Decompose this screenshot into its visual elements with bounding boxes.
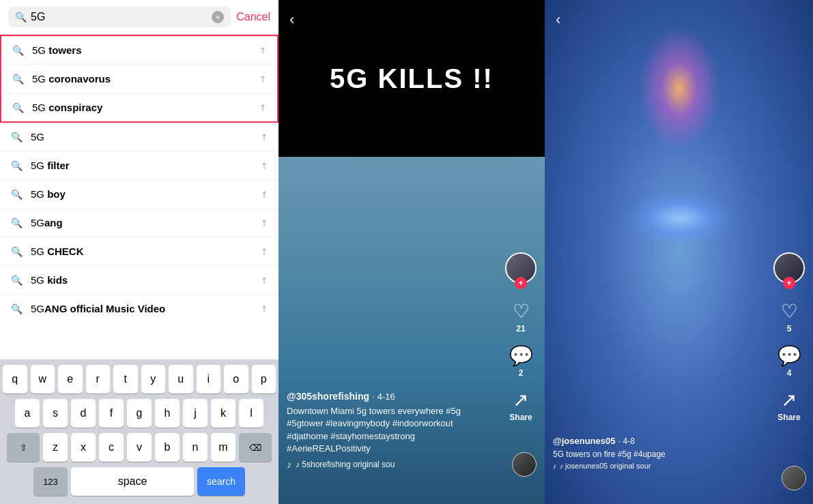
key-s[interactable]: s [43,399,68,428]
key-u[interactable]: u [169,365,193,394]
search-icon: 🔍 [12,102,24,113]
like-button[interactable]: ♡ 21 [513,300,530,333]
suggestion-item[interactable]: 🔍 5Gang ↗ [0,209,279,237]
key-y[interactable]: y [141,365,166,394]
suggestion-item[interactable]: 🔍 5G towers ↗ [1,36,277,65]
key-r[interactable]: r [86,365,111,394]
numbers-key[interactable]: 123 [33,467,68,496]
key-c[interactable]: c [99,433,124,462]
key-m[interactable]: m [211,433,236,462]
music-text: ♪ 5shorefishing original sou [296,460,395,469]
arrow-icon: ↗ [257,159,270,171]
video-title-text: 5G KILLS !! [330,63,494,94]
video-username-date: @305shorefishing · 4-16 [287,390,483,402]
keyboard-row-3: ⇧ z x c v b n m ⌫ [3,433,276,462]
video-caption: Downtown Miami 5g towers everywhere #5g … [287,405,483,455]
key-l[interactable]: l [239,399,263,428]
key-e[interactable]: e [58,365,83,394]
key-g[interactable]: g [127,399,152,428]
suggestion-text: 5G CHECK [31,246,252,257]
video-date: · 4-16 [372,391,395,402]
key-j[interactable]: j [183,399,208,428]
right-username[interactable]: @josenunes05 [553,436,615,446]
key-q[interactable]: q [3,365,27,394]
keyboard-row-1: q w e r t y u i o p [3,365,276,394]
suggestion-text: 5G filter [31,160,252,171]
highlighted-suggestions: 🔍 5G towers ↗ 🔍 5G coronavorus ↗ 🔍 5G co… [0,35,279,123]
avatar-container-right: + [773,252,805,284]
suggestion-item[interactable]: 🔍 5G kids ↗ [0,266,279,295]
suggestion-item[interactable]: 🔍 5G coronavorus ↗ [1,65,277,93]
shift-key[interactable]: ⇧ [7,433,40,462]
suggestion-item[interactable]: 🔍 5GANG official Music Video ↗ [0,295,279,323]
key-d[interactable]: d [71,399,96,428]
share-label-right: Share [778,413,800,422]
arrow-icon: ↗ [257,216,270,228]
video-music: ♪ ♪ 5shorefishing original sou [287,459,483,470]
keyboard-row-2: a s d f g h j k l [3,399,276,428]
share-button[interactable]: ↗ Share [509,389,532,422]
suggestion-item[interactable]: 🔍 5G ↗ [0,123,279,151]
follow-button[interactable]: + [515,277,527,289]
arrow-icon: ↗ [257,245,270,257]
suggestion-text: 5G kids [31,274,252,286]
search-icon: 🔍 [11,218,23,228]
key-a[interactable]: a [15,399,40,428]
suggestion-text: 5G coronavorus [32,73,251,85]
username[interactable]: @305shorefishing [287,391,369,402]
search-icon: 🔍 [15,12,27,23]
search-icon: 🔍 [12,74,24,85]
suggestion-item[interactable]: 🔍 5G CHECK ↗ [0,237,279,266]
video-panel-mid: ‹ 5G KILLS !! + ♡ 21 💬 2 ↗ S [279,0,545,504]
key-k[interactable]: k [211,399,236,428]
arrow-icon: ↗ [256,44,268,56]
suggestion-item[interactable]: 🔍 5G conspiracy ↗ [1,93,277,121]
key-x[interactable]: x [71,433,96,462]
right-date: · 4-8 [618,436,635,446]
key-t[interactable]: t [113,365,138,394]
suggestion-text: 5G boy [31,188,252,200]
key-n[interactable]: n [183,433,208,462]
delete-key[interactable]: ⌫ [239,433,272,462]
keyboard-row-4: 123 space search [3,467,276,496]
heart-icon-right: ♡ [781,300,798,323]
arrow-icon: ↗ [257,188,270,200]
back-button-right[interactable]: ‹ [556,11,560,29]
cancel-button[interactable]: Cancel [236,11,270,23]
comment-count: 2 [519,368,524,378]
search-input[interactable] [31,11,208,23]
comment-icon-right: 💬 [778,344,801,367]
music-note-icon-right: ♪ [553,462,557,470]
search-icon: 🔍 [11,246,23,257]
follow-button-right[interactable]: + [783,277,795,289]
key-h[interactable]: h [155,399,180,428]
like-button-right[interactable]: ♡ 5 [781,300,798,333]
keyboard: q w e r t y u i o p a s d f g h j k l ⇧ … [0,359,279,504]
key-i[interactable]: i [197,365,221,394]
video-top-section: 5G KILLS !! [279,0,545,157]
search-icon: 🔍 [11,275,23,286]
video-info-mid: @305shorefishing · 4-16 Downtown Miami 5… [287,390,483,470]
comment-button-right[interactable]: 💬 4 [778,344,801,378]
search-icon: 🔍 [11,160,23,171]
suggestion-item[interactable]: 🔍 5G boy ↗ [0,180,279,209]
key-b[interactable]: b [155,433,180,462]
suggestion-item[interactable]: 🔍 5G filter ↗ [0,151,279,180]
back-button-mid[interactable]: ‹ [289,11,294,29]
right-username-date: @josenunes05 · 4-8 [553,434,752,447]
right-caption: 5G towers on fire #5g #4upage [553,449,752,459]
clear-button[interactable]: × [212,11,224,23]
key-f[interactable]: f [99,399,124,428]
share-button-right[interactable]: ↗ Share [778,389,800,422]
key-p[interactable]: p [252,365,276,394]
key-w[interactable]: w [31,365,55,394]
key-z[interactable]: z [43,433,68,462]
comment-button[interactable]: 💬 2 [509,344,533,378]
key-v[interactable]: v [127,433,152,462]
comment-count-right: 4 [787,368,792,378]
search-button[interactable]: search [197,467,245,496]
key-o[interactable]: o [224,365,248,394]
music-disc-mid [512,452,537,477]
search-icon: 🔍 [12,45,24,56]
space-key[interactable]: space [71,467,194,496]
